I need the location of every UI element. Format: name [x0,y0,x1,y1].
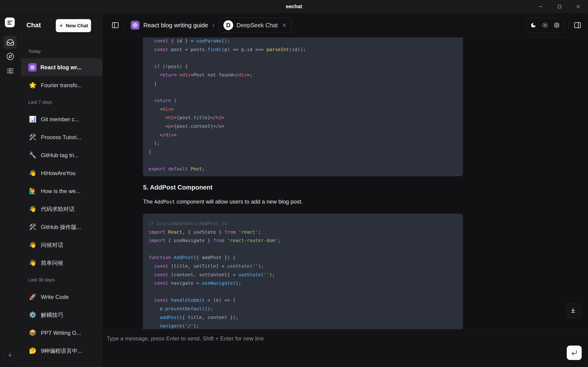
code-line: </div> [148,131,457,139]
code-line [148,88,457,97]
chat-list-item[interactable]: 🙋‍♂️How is the we... [21,182,102,200]
model-tab-label: DeepSeek Chat [236,22,278,29]
new-chat-label: New Chat [66,23,88,28]
emoji-icon: 🤔 [28,347,37,354]
emoji-icon: 👋 [28,205,37,213]
chat-item-label: 代码求助对话 [41,205,74,213]
chat-item-label: 简单问候 [41,259,63,267]
main-panel: React blog writing guide › D DeepSeek Ch… [103,13,588,367]
tab-close-icon[interactable] [282,23,287,27]
arrow-down-to-line-icon [570,307,576,314]
chat-list-item[interactable]: 👋简单问候 [21,254,102,272]
composer-placeholder: Type a message, press Enter to send, Shi… [107,335,264,342]
theme-switcher [526,17,564,33]
chat-item-label: Process Tutori... [41,134,81,141]
chat-item-label: 9种编程语言中... [41,347,82,355]
window-controls [537,0,582,13]
code-line: return <div>Post not found</div>; [148,71,457,79]
app-logo-icon[interactable] [5,17,15,27]
message-composer[interactable]: Type a message, press Enter to send, Shi… [103,329,588,367]
emoji-icon: ⚙️ [28,311,37,318]
code-line: const post = posts.find((p) => p.id === … [148,45,457,54]
chat-message-area[interactable]: const { id } = useParams(); const post =… [103,38,588,329]
header-divider [125,21,125,29]
chat-list-item[interactable]: 👋问候对话 [21,236,102,254]
chat-item-label: PPT Writing G... [41,330,81,336]
code-line: const { id } = useParams(); [148,38,457,45]
code-line: ); [148,139,457,148]
icon-rail [0,13,21,367]
send-button[interactable] [567,346,582,360]
scroll-to-bottom-button[interactable] [566,303,580,318]
panel-left-toggle-icon[interactable] [111,21,119,29]
chat-item-label: Write Code [41,294,69,300]
moon-icon[interactable] [528,20,538,30]
chat-list-item[interactable]: 📊Git member c... [21,110,102,128]
code-line: const handleSubmit = (e) => { [148,296,457,305]
chat-list-item[interactable]: React blog wr... [21,58,102,76]
main-header: React blog writing guide › D DeepSeek Ch… [103,13,588,38]
code-line: import { useNavigate } from 'react-route… [148,236,457,245]
chat-list-item[interactable]: 🛠️Process Tutori... [21,128,102,146]
model-tab[interactable]: D DeepSeek Chat [218,18,292,33]
sidebar: Chat New Chat TodayReact blog wr...🌟Four… [21,13,103,367]
window-title: eechat [286,3,302,9]
app-body: Chat New Chat TodayReact blog wr...🌟Four… [0,13,588,367]
new-chat-button[interactable]: New Chat [56,19,91,32]
emoji-icon: 📊 [28,116,37,123]
chat-history-list: TodayReact blog wr...🌟Fourier transfo...… [21,37,102,367]
code-line: import React, { useState } from 'react'; [148,228,457,236]
chat-item-label: HiHowAreYou [41,170,76,176]
code-line: <div> [148,105,457,114]
conversation-title: React blog writing guide [143,22,208,29]
code-line: export default Post; [148,165,457,173]
code-line [148,287,457,296]
maximize-icon[interactable] [556,3,563,10]
section-label: Last 30 days [21,272,102,288]
chat-list-item[interactable]: 📦PPT Writing G... [21,324,102,342]
code-block-addpost-component: // src/components/AddPost.jsimport React… [143,214,463,329]
emoji-icon: 👋 [28,169,37,177]
chat-list-item[interactable]: 🌟Fourier transfo... [21,76,102,94]
chat-list-item[interactable]: 🛠️GitHub 操作版... [21,218,102,236]
code-line [148,156,457,165]
chat-list-item[interactable]: 🔧GitHub tag tri... [21,146,102,164]
emoji-icon: 🚀 [28,293,37,300]
settings-sliders-icon[interactable] [3,64,17,77]
topic-react-icon [131,21,139,30]
gear-icon[interactable] [552,20,562,30]
chat-list-item[interactable]: 👋代码求助对话 [21,200,102,218]
emoji-icon: 👋 [28,259,37,267]
code-line: navigate('/'); [148,322,457,329]
code-block-post-component: const { id } = useParams(); const post =… [143,38,463,176]
plus-icon [59,23,63,28]
emoji-icon: 🛠️ [28,223,37,231]
code-line: <p>{post.content}</p> [148,122,457,131]
header-actions [526,17,581,33]
inline-code: AddPost [154,199,175,205]
panel-right-toggle-icon[interactable] [573,21,581,29]
code-line: addPost({ title, content }); [148,313,457,322]
chat-item-label: GitHub 操作版... [41,223,81,231]
compass-icon[interactable] [3,50,17,63]
chat-list-item[interactable]: 👋HiHowAreYou [21,164,102,182]
scroll-down-button[interactable] [3,348,17,361]
code-line: const navigate = useNavigate(); [148,279,457,287]
chat-item-label: 问候对话 [41,241,63,249]
code-line [148,245,457,253]
sidebar-header: Chat New Chat [21,13,102,38]
chat-list-item[interactable]: 🤔9种编程语言中... [21,342,102,360]
section-heading: 5. AddPost Component [143,184,213,191]
emoji-icon: 🙋‍♂️ [28,187,37,195]
header-right-divider [569,21,569,29]
deepseek-logo: D [223,20,233,30]
chat-list-item[interactable]: ⚙️解耦技巧 [21,306,102,324]
sun-icon[interactable] [540,20,550,30]
chat-list-item[interactable]: 🚀Write Code [21,288,102,306]
close-icon[interactable] [575,3,582,10]
minimize-icon[interactable] [537,3,544,10]
code-line: } [148,79,457,88]
section-label: Last 7 days [21,94,102,110]
inbox-icon[interactable] [3,36,17,49]
code-line: const [content, setContent] = useState('… [148,270,457,279]
